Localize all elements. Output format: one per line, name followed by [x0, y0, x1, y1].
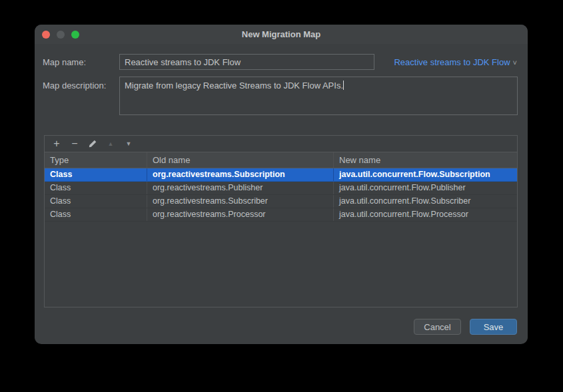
cell-new-name: java.util.concurrent.Flow.Subscription: [334, 168, 517, 181]
map-description-text: Migrate from legacy Reactive Streams to …: [125, 81, 343, 91]
table-row[interactable]: Class org.reactivestreams.Subscription j…: [45, 168, 517, 182]
migration-table: Type Old name New name Class org.reactiv…: [45, 152, 517, 222]
save-button[interactable]: Save: [470, 319, 517, 335]
column-header-type[interactable]: Type: [45, 152, 147, 168]
titlebar: New Migration Map: [35, 25, 528, 44]
cancel-button[interactable]: Cancel: [414, 319, 461, 335]
migration-entries-panel: + − ▲ ▼ Type Old name New name Class org…: [44, 135, 518, 307]
cell-old-name: org.reactivestreams.Processor: [147, 208, 334, 221]
map-name-label: Map name:: [43, 57, 86, 67]
map-name-input[interactable]: [119, 54, 374, 70]
cell-old-name: org.reactivestreams.Subscription: [147, 168, 334, 181]
cell-type: Class: [45, 168, 147, 181]
preset-dropdown-value: Reactive streams to JDK Flow: [394, 57, 510, 67]
new-migration-map-dialog: New Migration Map Map name: Reactive str…: [35, 25, 528, 344]
window-title: New Migration Map: [242, 29, 320, 39]
dialog-footer: Cancel Save: [35, 319, 517, 335]
table-toolbar: + − ▲ ▼: [45, 136, 517, 152]
column-header-new-name[interactable]: New name: [334, 152, 517, 168]
map-description-label: Map description:: [43, 81, 106, 91]
move-down-icon[interactable]: ▼: [123, 138, 134, 149]
minimize-window-button: [57, 31, 65, 39]
map-description-input[interactable]: Migrate from legacy Reactive Streams to …: [119, 77, 518, 115]
table-row[interactable]: Class org.reactivestreams.Subscriber jav…: [45, 195, 517, 208]
table-header-row: Type Old name New name: [45, 152, 517, 168]
cell-old-name: org.reactivestreams.Publisher: [147, 182, 334, 194]
cell-type: Class: [45, 195, 147, 208]
cell-old-name: org.reactivestreams.Subscriber: [147, 195, 334, 208]
edit-icon[interactable]: [87, 138, 98, 149]
zoom-window-button[interactable]: [71, 31, 79, 39]
preset-dropdown[interactable]: Reactive streams to JDK Flow˅: [394, 57, 517, 67]
text-caret: [343, 81, 344, 90]
cell-type: Class: [45, 208, 147, 221]
table-row[interactable]: Class org.reactivestreams.Publisher java…: [45, 182, 517, 195]
cell-new-name: java.util.concurrent.Flow.Subscriber: [334, 195, 517, 208]
table-row[interactable]: Class org.reactivestreams.Processor java…: [45, 208, 517, 222]
traffic-lights: [42, 25, 79, 44]
remove-icon[interactable]: −: [69, 138, 80, 149]
move-up-icon[interactable]: ▲: [105, 138, 116, 149]
close-window-button[interactable]: [42, 31, 50, 39]
cell-new-name: java.util.concurrent.Flow.Processor: [334, 208, 517, 221]
column-header-old-name[interactable]: Old name: [147, 152, 334, 168]
chevron-down-icon: ˅: [513, 59, 517, 67]
add-icon[interactable]: +: [51, 138, 62, 149]
cell-new-name: java.util.concurrent.Flow.Publisher: [334, 182, 517, 194]
cell-type: Class: [45, 182, 147, 194]
